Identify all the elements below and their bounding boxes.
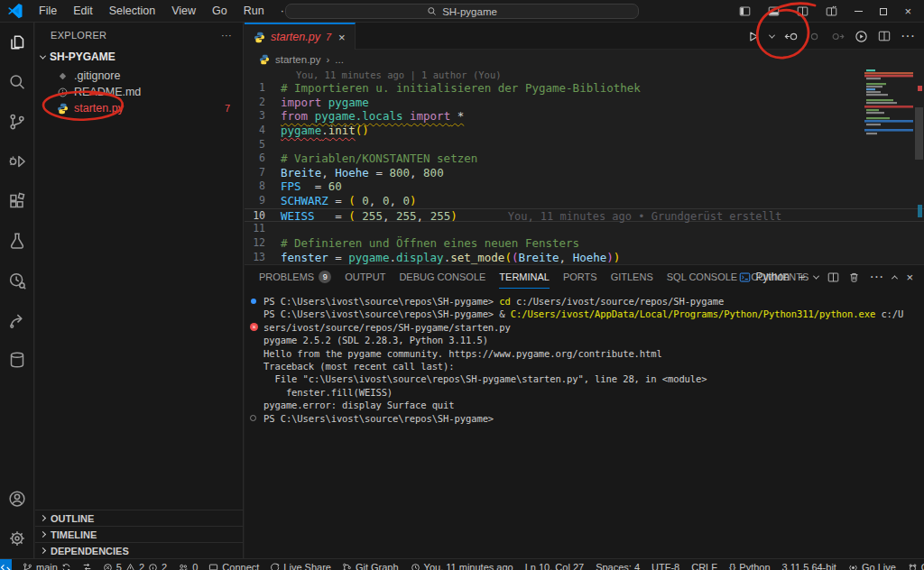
language-mode-item[interactable]: {} Python (729, 559, 771, 570)
file-item-gitignore[interactable]: .gitignore (35, 68, 243, 84)
code-line[interactable]: 13fenster = pygame.display.set_mode((Bre… (245, 251, 924, 265)
accounts-icon[interactable] (0, 479, 34, 519)
terminal-line: PS C:\Users\ivost\source\repos\SH-pygame… (252, 412, 915, 425)
code-editor[interactable]: You, 11 minutes ago | 1 author (You) 1# … (245, 69, 924, 264)
encoding-item[interactable]: UTF-8 (651, 559, 679, 570)
tab-close-icon[interactable]: × (338, 31, 346, 44)
testing-flask-icon[interactable] (0, 221, 34, 261)
terminal-gutter (252, 360, 263, 372)
code-line[interactable]: 3from pygame.locals import * (245, 109, 924, 124)
code-line[interactable]: 2import pygame (245, 96, 924, 110)
tab-starten-py[interactable]: starten.py 7 × (245, 23, 356, 50)
code-line[interactable]: 7Breite, Hoehe = 800, 800 (245, 166, 924, 180)
run-debug-icon[interactable] (0, 142, 34, 181)
section-timeline[interactable]: TIMELINE (35, 526, 243, 542)
search-box[interactable]: SH-pygame (285, 4, 639, 19)
menu-file[interactable]: File (31, 5, 65, 17)
panel-tab-gitlens[interactable]: GITLENS (611, 265, 653, 289)
code-line[interactable]: 10WEISS = ( 255, 255, 255)You, 11 minute… (245, 208, 924, 223)
explorer-more-icon[interactable]: ··· (221, 30, 232, 41)
panel-tab-sql-console[interactable]: SQL CONSOLE (667, 265, 737, 289)
blame-status-item[interactable]: You, 11 minutes ago (411, 559, 513, 570)
kill-terminal-icon[interactable] (848, 271, 860, 283)
terminal-gutter (252, 347, 263, 360)
explorer-icon[interactable] (0, 23, 34, 62)
panel-more-actions-icon[interactable]: ··· (869, 269, 883, 285)
source-control-icon[interactable] (0, 102, 34, 142)
panel-tab-terminal[interactable]: TERMINAL (499, 265, 550, 289)
menu-run[interactable]: Run (236, 5, 273, 17)
code-line[interactable]: 12# Definieren und Öffnen eines neuen Fe… (245, 236, 924, 251)
menu-selection[interactable]: Selection (101, 5, 163, 17)
liveshare-participants[interactable]: 0 (178, 559, 198, 570)
panel-tab-ports[interactable]: PORTS (563, 265, 597, 289)
panel-tab-debug-console[interactable]: DEBUG CONSOLE (399, 265, 485, 289)
split-terminal-icon[interactable] (827, 271, 839, 283)
menu-go[interactable]: Go (204, 5, 236, 17)
search-sidebar-icon[interactable] (0, 62, 34, 102)
editor-scrollbar[interactable] (915, 107, 923, 160)
toggle-panel-icon[interactable] (768, 5, 780, 17)
menu-view[interactable]: View (163, 5, 204, 17)
code-line[interactable]: 8FPS = 60 (245, 179, 924, 194)
code-line[interactable]: 5 (245, 138, 924, 152)
breadcrumb[interactable]: starten.py › ... (245, 50, 924, 69)
database-icon[interactable] (0, 340, 34, 380)
close-panel-icon[interactable]: × (906, 271, 913, 283)
run-dropdown-icon[interactable] (769, 32, 775, 38)
prev-change-icon[interactable] (808, 30, 821, 43)
open-changes-prev-icon[interactable] (784, 30, 798, 43)
share-arrow-icon[interactable] (0, 300, 34, 340)
section-outline[interactable]: OUTLINE (35, 510, 243, 526)
terminal-dropdown-icon[interactable] (813, 272, 819, 279)
section-dependencies[interactable]: DEPENDENCIES (35, 542, 243, 558)
next-change-icon[interactable] (831, 30, 845, 43)
new-terminal-icon[interactable]: + (799, 271, 806, 283)
go-live-item[interactable]: Go Live (848, 559, 896, 570)
maximize-panel-icon[interactable] (892, 275, 898, 281)
terminal-instance[interactable]: Python (739, 271, 789, 283)
run-python-file-icon[interactable] (746, 30, 760, 43)
indentation-item[interactable]: Spaces: 4 (596, 559, 640, 570)
code-line[interactable]: 9SCHWARZ = ( 0, 0, 0) (245, 194, 924, 208)
terminal-output[interactable]: PS C:\Users\ivost\source\repos\SH-pygame… (252, 295, 915, 558)
editor-group: starten.py 7 × (245, 23, 924, 264)
gitgraph-item[interactable]: Git Graph (342, 559, 399, 570)
sql-connect-item[interactable]: Connect (208, 559, 259, 570)
extensions-icon[interactable] (0, 181, 34, 221)
settings-gear-icon[interactable] (0, 519, 34, 558)
quokka-item[interactable]: Quokka (908, 559, 924, 570)
problems-summary[interactable]: 5 2 2 (103, 559, 167, 570)
branch-indicator[interactable]: main (23, 559, 71, 570)
code-line[interactable]: 1# Importieren u. initialisieren der Pyg… (245, 81, 924, 96)
editor-more-actions-icon[interactable]: ··· (901, 28, 915, 44)
panel-tab-problems[interactable]: PROBLEMS9 (259, 265, 331, 289)
compare-branch-item[interactable] (82, 559, 92, 570)
window-close-icon[interactable]: × (904, 5, 911, 17)
minimize-icon[interactable] (855, 11, 863, 12)
maximize-icon[interactable] (880, 8, 887, 15)
split-editor-icon[interactable] (797, 5, 808, 17)
liveshare-item[interactable]: Live Share (270, 559, 331, 570)
run-in-terminal-icon[interactable] (855, 30, 868, 43)
file-item-READMEmd[interactable]: README.md (35, 84, 243, 100)
split-editor-right-icon[interactable] (878, 30, 891, 42)
menu-edit[interactable]: Edit (65, 5, 101, 17)
history-inspect-icon[interactable] (0, 261, 34, 300)
code-line[interactable]: 11 (245, 222, 924, 236)
python-interpreter-item[interactable]: 3.11.5 64-bit (782, 559, 836, 570)
file-item-startenpy[interactable]: starten.py7 (35, 100, 243, 116)
minimap[interactable] (864, 69, 913, 147)
code-line[interactable]: 4pygame.init() (245, 124, 924, 138)
overview-ruler-modified-mark (918, 205, 922, 217)
eol-item[interactable]: CRLF (691, 559, 717, 570)
customize-layout-icon[interactable] (826, 5, 837, 17)
code-line[interactable]: 6# Variablen/KONSTANTEN setzen (245, 152, 924, 166)
terminal-gutter (252, 308, 263, 320)
gitlens-codelens[interactable]: You, 11 minutes ago | 1 author (You) (245, 69, 924, 81)
toggle-sidebar-icon[interactable] (739, 5, 751, 17)
project-root-folder[interactable]: SH-PYGAME (35, 48, 243, 66)
remote-indicator[interactable] (0, 559, 12, 570)
panel-tab-output[interactable]: OUTPUT (345, 265, 385, 289)
cursor-position-item[interactable]: Ln 10, Col 27 (525, 559, 584, 570)
